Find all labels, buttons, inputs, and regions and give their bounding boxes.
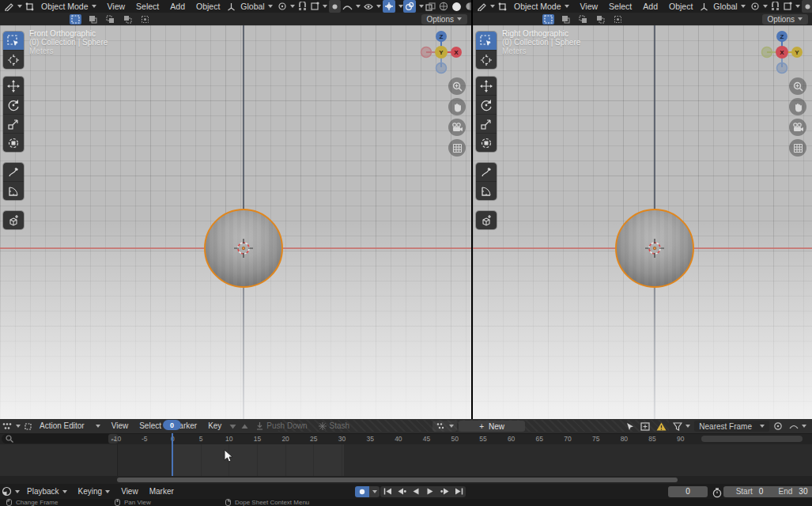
playhead-line[interactable] (172, 433, 173, 476)
proportional-editing-icon[interactable] (329, 0, 341, 13)
tool-select-box[interactable] (3, 32, 24, 50)
proportional-edit-pointer-icon[interactable] (624, 419, 636, 433)
show-selected-only-icon[interactable] (638, 419, 652, 433)
prev-keyframe-button[interactable] (395, 486, 409, 497)
proportional-editing-icon[interactable] (802, 0, 812, 13)
auto-keying-dropdown[interactable] (369, 486, 380, 497)
menu-select[interactable]: Select (603, 0, 637, 13)
play-reverse-button[interactable] (409, 486, 423, 497)
jump-to-start-button[interactable] (380, 486, 395, 497)
tool-measure[interactable] (3, 181, 24, 200)
tool-add-cube[interactable] (476, 211, 497, 229)
select-mode-extend[interactable] (87, 14, 99, 25)
tool-measure[interactable] (476, 181, 497, 200)
select-mode-set[interactable] (70, 14, 81, 25)
use-preview-range-icon[interactable] (711, 486, 723, 499)
proportional-falloff-icon[interactable] (341, 0, 362, 13)
editor-type-icon[interactable] (475, 0, 497, 13)
tool-annotate[interactable] (3, 163, 24, 181)
select-mode-subtract[interactable] (104, 14, 116, 25)
object-type-visibility-icon[interactable] (362, 0, 383, 13)
tool-add-cube[interactable] (3, 211, 24, 229)
keying-menu[interactable]: Keying (73, 485, 116, 498)
dope-menu-select[interactable]: Select (134, 419, 167, 433)
tool-move[interactable] (476, 77, 497, 95)
xray-toggle[interactable] (424, 0, 437, 13)
dope-sheet-keyframe-area[interactable] (0, 444, 812, 476)
channel-list-region[interactable] (0, 444, 118, 476)
menu-object[interactable]: Object (663, 0, 698, 13)
filter-icon[interactable] (670, 419, 693, 433)
editor-mode-dropdown[interactable]: Action Editor (34, 419, 106, 433)
play-button[interactable] (423, 486, 437, 497)
menu-view[interactable]: View (102, 0, 131, 13)
tool-scale[interactable] (3, 114, 24, 133)
move-channel-down-button[interactable] (227, 419, 239, 433)
tool-cursor[interactable] (476, 50, 497, 69)
proportional-falloff-icon[interactable] (787, 419, 809, 433)
camera-view-icon[interactable] (789, 119, 806, 136)
tool-annotate[interactable] (476, 163, 497, 181)
snap-target-icon[interactable] (308, 0, 329, 13)
orientation-dropdown[interactable]: Global (710, 0, 748, 13)
tool-transform[interactable] (476, 133, 497, 152)
timeline-editor-icon[interactable] (0, 485, 21, 498)
snap-mode-dropdown[interactable]: Nearest Frame (694, 421, 769, 432)
move-channel-up-button[interactable] (239, 419, 251, 433)
pan-hand-icon[interactable] (789, 98, 806, 115)
dope-sheet-editor-icon[interactable] (0, 420, 22, 432)
shading-solid-icon[interactable] (450, 0, 463, 13)
select-mode-extend[interactable] (560, 14, 572, 25)
pivot-point-icon[interactable] (276, 0, 296, 13)
next-keyframe-button[interactable] (437, 486, 451, 497)
jump-to-end-button[interactable] (451, 486, 466, 497)
show-errors-icon[interactable] (654, 419, 669, 433)
new-action-button[interactable]: +New (459, 421, 525, 432)
menu-select[interactable]: Select (130, 0, 164, 13)
select-mode-intersect[interactable] (139, 14, 151, 25)
dope-menu-view[interactable]: View (106, 419, 134, 433)
editor-type-icon[interactable] (2, 0, 24, 13)
playbar-menu-marker[interactable]: Marker (144, 485, 179, 498)
dope-menu-key[interactable]: Key (202, 419, 227, 433)
camera-view-icon[interactable] (448, 119, 466, 136)
navigation-gizmo[interactable]: Z X Y (418, 29, 464, 75)
pan-hand-icon[interactable] (448, 98, 466, 115)
zoom-icon[interactable] (448, 77, 466, 95)
playbar-menu-view[interactable]: View (115, 485, 144, 498)
mode-dropdown[interactable]: Object Mode (36, 0, 102, 13)
perspective-toggle-icon[interactable] (448, 139, 466, 157)
playback-menu[interactable]: Playback (21, 485, 73, 498)
shading-material-icon[interactable] (463, 0, 471, 13)
perspective-toggle-icon[interactable] (789, 139, 806, 157)
snap-target-icon[interactable] (781, 0, 802, 13)
tool-select-box[interactable] (476, 32, 497, 50)
current-frame-badge[interactable]: 0 (163, 420, 181, 430)
show-gizmos-toggle[interactable] (383, 0, 395, 13)
end-frame-field[interactable]: End30 (769, 486, 812, 497)
select-mode-set[interactable] (542, 14, 554, 25)
zoom-icon[interactable] (789, 77, 806, 95)
snap-center-icon[interactable] (771, 419, 785, 433)
menu-add[interactable]: Add (637, 0, 663, 13)
tool-move[interactable] (3, 77, 24, 95)
tool-transform[interactable] (3, 133, 24, 152)
navigation-gizmo[interactable]: Z Y X (759, 29, 805, 75)
viewport-canvas-front[interactable]: Front Orthographic (0) Collection | Sphe… (0, 25, 471, 419)
pivot-point-icon[interactable] (749, 0, 769, 13)
select-mode-invert[interactable] (122, 14, 134, 25)
options-dropdown[interactable]: Options (421, 14, 467, 25)
tool-cursor[interactable] (3, 50, 24, 69)
options-dropdown[interactable]: Options (762, 14, 808, 25)
current-frame-field[interactable]: 0 (668, 486, 708, 497)
mode-dropdown[interactable]: Object Mode (508, 0, 575, 13)
orientation-dropdown[interactable]: Global (237, 0, 275, 13)
show-overlays-toggle[interactable] (403, 0, 416, 13)
hscroll-thumb[interactable] (117, 478, 678, 482)
menu-add[interactable]: Add (164, 0, 191, 13)
timeline-ruler[interactable]: ↔ -10-5051015202530354045505560657075808… (0, 433, 812, 444)
select-mode-intersect[interactable] (612, 14, 624, 25)
ruler-scrollbar-segment[interactable] (701, 436, 803, 442)
select-mode-invert[interactable] (595, 14, 606, 25)
viewport-canvas-right[interactable]: Right Orthographic (0) Collection | Sphe… (473, 25, 812, 419)
